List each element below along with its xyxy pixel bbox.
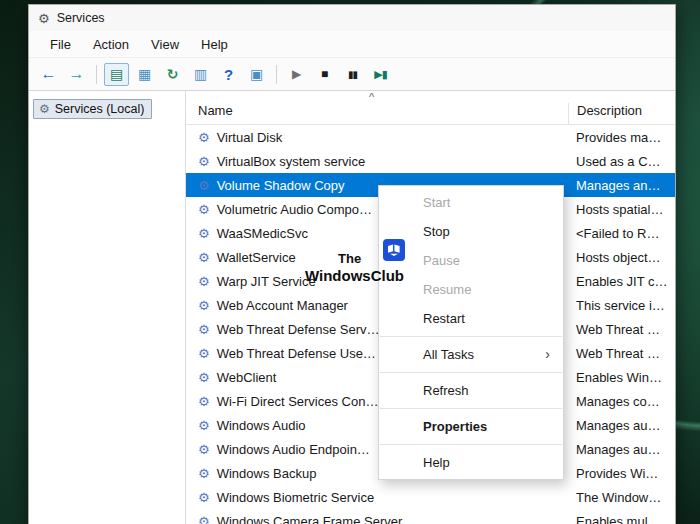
column-header-name[interactable]: Name (186, 103, 568, 124)
pause-service-icon[interactable]: ▮▮ (340, 63, 365, 86)
service-row[interactable]: ⚙Virtual DiskProvides ma… (186, 125, 675, 149)
service-name: Windows Camera Frame Server (217, 514, 403, 524)
column-header-description[interactable]: Description (568, 103, 675, 124)
menu-file[interactable]: File (39, 34, 82, 55)
service-description: The Window… (568, 490, 675, 505)
service-description: Provides Wi… (568, 466, 675, 481)
export-list-icon[interactable]: ▥ (188, 63, 213, 86)
service-gear-icon: ⚙ (198, 347, 210, 360)
back-icon[interactable]: ← (36, 63, 61, 86)
service-name-cell: ⚙Virtual Disk (186, 130, 568, 145)
context-menu: StartStopPauseResumeRestartAll Tasks›Ref… (378, 185, 564, 480)
service-gear-icon: ⚙ (198, 251, 210, 264)
service-row[interactable]: ⚙Windows Camera Frame ServerEnables mul… (186, 509, 675, 524)
properties-icon[interactable]: ▦ (132, 63, 157, 86)
service-description: Enables JIT c… (568, 274, 675, 289)
menu-separator (380, 408, 562, 409)
service-name: Volume Shadow Copy (217, 178, 345, 193)
service-name: Web Threat Defense Serv… (217, 322, 380, 337)
help-icon[interactable]: ? (216, 63, 241, 86)
menu-view[interactable]: View (140, 34, 190, 55)
service-gear-icon: ⚙ (198, 419, 210, 432)
list-header: ^ Name Description (186, 91, 675, 125)
services-window: ⚙ Services File Action View Help ←→▤▦↻▥?… (28, 4, 676, 524)
toolbar: ←→▤▦↻▥?▣▶■▮▮▶▮ (29, 57, 675, 91)
service-name: Warp JIT Service (217, 274, 316, 289)
menu-action[interactable]: Action (82, 34, 140, 55)
service-name: Web Threat Defense Use… (217, 346, 376, 361)
tree-item-services-local[interactable]: ⚙ Services (Local) (33, 99, 152, 119)
menu-item-stop[interactable]: Stop (379, 217, 563, 246)
service-description: Manages co… (568, 394, 675, 409)
forward-icon[interactable]: → (64, 63, 89, 86)
service-name: Wi-Fi Direct Services Con… (217, 394, 379, 409)
service-name: Web Account Manager (217, 298, 348, 313)
window-title: Services (57, 11, 105, 25)
service-gear-icon: ⚙ (198, 491, 210, 504)
menu-item-properties[interactable]: Properties (379, 412, 563, 441)
service-description: Provides ma… (568, 130, 675, 145)
menu-item-refresh[interactable]: Refresh (379, 376, 563, 405)
service-name: VirtualBox system service (217, 154, 366, 169)
titlebar[interactable]: ⚙ Services (29, 5, 675, 31)
tree-item-label: Services (Local) (55, 102, 145, 116)
service-gear-icon: ⚙ (198, 155, 210, 168)
toolbar-separator (96, 65, 97, 84)
service-gear-icon: ⚙ (198, 275, 210, 288)
service-description: Hosts spatial… (568, 202, 675, 217)
service-name-cell: ⚙Windows Camera Frame Server (186, 514, 568, 524)
service-description: Web Threat … (568, 346, 675, 361)
service-gear-icon: ⚙ (198, 323, 210, 336)
service-name: Volumetric Audio Compo… (217, 202, 372, 217)
toolbar-separator (276, 65, 277, 84)
menu-item-pause: Pause (379, 246, 563, 275)
menu-item-restart[interactable]: Restart (379, 304, 563, 333)
service-name: Windows Backup (217, 466, 317, 481)
service-description: Hosts object… (568, 250, 675, 265)
service-name: Virtual Disk (217, 130, 283, 145)
menu-separator (380, 372, 562, 373)
menu-separator (380, 444, 562, 445)
menu-separator (380, 336, 562, 337)
service-name: WalletService (217, 250, 296, 265)
service-name: Windows Biometric Service (217, 490, 375, 505)
sort-ascending-icon: ^ (369, 91, 374, 103)
menu-item-all-tasks[interactable]: All Tasks› (379, 340, 563, 369)
service-gear-icon: ⚙ (198, 203, 210, 216)
show-console-tree-icon[interactable]: ▤ (104, 63, 129, 86)
stop-service-icon[interactable]: ■ (312, 63, 337, 86)
console-tree-pane: ⚙ Services (Local) (29, 91, 186, 524)
start-service-icon[interactable]: ▶ (284, 63, 309, 86)
menu-item-help[interactable]: Help (379, 448, 563, 477)
service-description: Web Threat … (568, 322, 675, 337)
view-panel-icon[interactable]: ▣ (244, 63, 269, 86)
menubar: File Action View Help (29, 31, 675, 57)
service-description: Used as a C… (568, 154, 675, 169)
service-name-cell: ⚙VirtualBox system service (186, 154, 568, 169)
service-gear-icon: ⚙ (198, 467, 210, 480)
refresh-icon[interactable]: ↻ (160, 63, 185, 86)
service-row[interactable]: ⚙Windows Biometric ServiceThe Window… (186, 485, 675, 509)
service-name: Windows Audio (217, 418, 306, 433)
service-gear-icon: ⚙ (198, 179, 210, 192)
service-gear-icon: ⚙ (198, 131, 210, 144)
service-description: <Failed to R… (568, 226, 675, 241)
menu-item-start: Start (379, 188, 563, 217)
service-name: Windows Audio Endpoin… (217, 442, 370, 457)
service-description: This service i… (568, 298, 675, 313)
service-gear-icon: ⚙ (198, 371, 210, 384)
service-row[interactable]: ⚙VirtualBox system serviceUsed as a C… (186, 149, 675, 173)
desktop-background: { "colors": { "selection": "#0078d4", "l… (0, 0, 700, 524)
service-gear-icon: ⚙ (198, 299, 210, 312)
restart-service-icon[interactable]: ▶▮ (368, 63, 393, 86)
service-name: WebClient (217, 370, 277, 385)
services-tree-icon: ⚙ (39, 102, 50, 116)
menu-item-resume: Resume (379, 275, 563, 304)
service-name: WaaSMedicSvc (217, 226, 308, 241)
service-description: Enables mul… (568, 514, 675, 524)
menu-help[interactable]: Help (190, 34, 239, 55)
service-gear-icon: ⚙ (198, 515, 210, 524)
service-gear-icon: ⚙ (198, 395, 210, 408)
console-content: ⚙ Services (Local) ^ Name Description ⚙V… (29, 91, 675, 524)
service-gear-icon: ⚙ (198, 443, 210, 456)
